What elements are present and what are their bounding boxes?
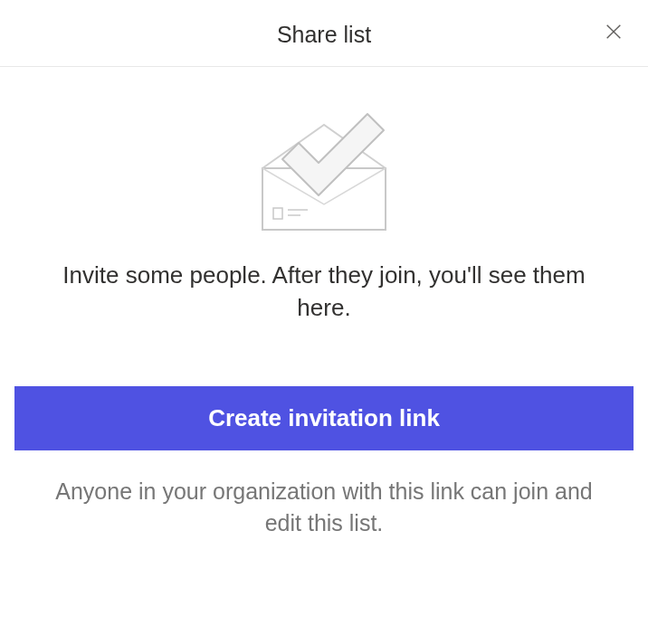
close-button[interactable] [599,18,628,47]
invite-message: Invite some people. After they join, you… [52,259,596,325]
create-invitation-link-button[interactable]: Create invitation link [14,386,634,450]
share-list-dialog: Share list [0,0,648,644]
footer-message: Anyone in your organization with this li… [34,476,614,539]
dialog-content: Invite some people. After they join, you… [0,67,648,644]
close-icon [604,22,624,44]
dialog-title: Share list [277,22,371,48]
envelope-checkmark-illustration [243,107,405,233]
dialog-header: Share list [0,0,648,67]
